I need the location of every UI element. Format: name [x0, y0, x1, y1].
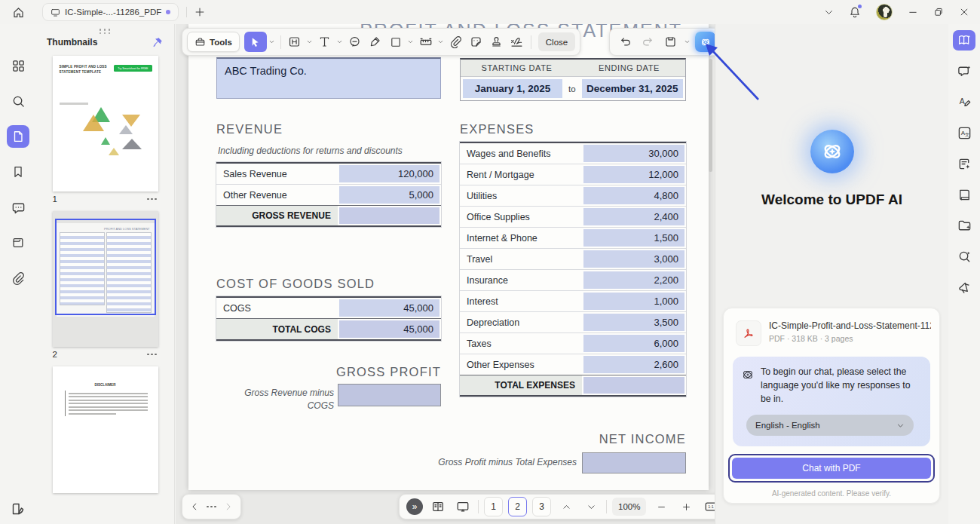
- thumbnail-page-3[interactable]: DISCLAIMER: [53, 366, 158, 493]
- header-chevron-icon[interactable]: [306, 38, 313, 45]
- chat-with-pdf-button[interactable]: Chat with PDF: [732, 458, 931, 479]
- sticker-tool-button[interactable]: [467, 32, 486, 52]
- row-value[interactable]: 12,000: [583, 166, 684, 183]
- home-button[interactable]: [9, 3, 27, 21]
- measure-tool-button[interactable]: [416, 32, 436, 52]
- page-layout-button[interactable]: [428, 497, 448, 517]
- row-value[interactable]: 120,000: [339, 165, 439, 182]
- shape-chevron-icon[interactable]: [407, 38, 414, 45]
- gross-profit-note: Gross Revenue minus COGS: [243, 387, 334, 413]
- page-button-1[interactable]: 1: [484, 497, 503, 516]
- ending-date-value[interactable]: December 31, 2025: [582, 79, 683, 98]
- company-name-field[interactable]: ABC Trading Co.: [216, 57, 441, 99]
- zoom-out-button[interactable]: [651, 497, 671, 517]
- notifications-button[interactable]: [849, 6, 861, 18]
- measure-chevron-icon[interactable]: [437, 38, 444, 45]
- attachments-panel-button[interactable]: [7, 231, 29, 254]
- total-value[interactable]: [583, 377, 684, 394]
- row-value[interactable]: 2,400: [583, 208, 684, 225]
- attach-tool-button[interactable]: [446, 32, 466, 52]
- presentation-button[interactable]: [453, 497, 473, 517]
- ai-summarize-button[interactable]: [953, 154, 975, 174]
- maximize-button[interactable]: [933, 7, 944, 17]
- net-income-value-box[interactable]: [582, 452, 686, 473]
- redo-button[interactable]: [638, 32, 657, 52]
- select-tool-chevron-icon[interactable]: [268, 38, 275, 45]
- apps-grid-button[interactable]: [7, 54, 29, 77]
- ai-translate-button[interactable]: A文: [953, 123, 975, 143]
- row-value[interactable]: 3,500: [583, 314, 684, 331]
- back-icon[interactable]: [189, 501, 200, 512]
- tools-button[interactable]: Tools: [187, 32, 240, 52]
- ai-read-mode-button[interactable]: [953, 30, 975, 51]
- row-value[interactable]: 5,000: [339, 186, 439, 204]
- text-tool-button[interactable]: [315, 32, 335, 52]
- minimize-button[interactable]: [908, 7, 918, 17]
- expand-controls-button[interactable]: »: [406, 498, 423, 515]
- page-button-3[interactable]: 3: [532, 497, 551, 516]
- thumbnails-panel-button[interactable]: [7, 125, 29, 148]
- zoom-in-button[interactable]: [676, 497, 696, 517]
- revenue-heading: REVENUE: [216, 122, 283, 136]
- search-button[interactable]: [7, 90, 29, 112]
- row-value[interactable]: 4,800: [583, 187, 684, 204]
- row-value[interactable]: 30,000: [583, 145, 684, 162]
- close-window-button[interactable]: [959, 7, 969, 17]
- total-value[interactable]: [339, 207, 439, 224]
- ai-search-button[interactable]: [953, 247, 975, 267]
- row-value[interactable]: 2,600: [583, 356, 684, 373]
- row-value[interactable]: 2,200: [583, 271, 684, 289]
- total-value[interactable]: 45,000: [339, 320, 439, 338]
- select-tool-button[interactable]: [244, 32, 267, 52]
- text-chevron-icon[interactable]: [336, 38, 343, 45]
- shape-tool-button[interactable]: [386, 32, 406, 52]
- undo-button[interactable]: [615, 32, 635, 52]
- header-tool-button[interactable]: [285, 32, 305, 52]
- bookmarks-button[interactable]: [7, 161, 29, 183]
- document-tab[interactable]: IC-Simple-...-11286_PDF: [42, 3, 179, 21]
- previous-page-button[interactable]: [556, 497, 576, 517]
- pin-icon[interactable]: [152, 36, 164, 48]
- highlight-tool-button[interactable]: [366, 32, 385, 52]
- document-viewport[interactable]: PROFIT AND LOSS STATEMENT ABC Trading Co…: [176, 24, 715, 524]
- thumb2-more-button[interactable]: [145, 351, 158, 359]
- starting-date-value[interactable]: January 1, 2025: [463, 79, 562, 98]
- ai-files-button[interactable]: [953, 216, 975, 236]
- save-chevron-icon[interactable]: [684, 38, 691, 45]
- row-value[interactable]: 3,000: [583, 250, 684, 268]
- next-page-button[interactable]: [581, 497, 601, 517]
- avatar[interactable]: [876, 4, 893, 20]
- close-toolbar-button[interactable]: Close: [538, 32, 575, 51]
- nav-more-button[interactable]: [205, 503, 218, 511]
- row-value[interactable]: 6,000: [583, 335, 684, 352]
- feedback-button[interactable]: [953, 277, 975, 298]
- actual-size-button[interactable]: 1:1: [701, 497, 715, 517]
- new-tab-button[interactable]: [194, 7, 205, 17]
- signature-tool-toolbar-button[interactable]: [507, 32, 527, 52]
- titlebar-chevron-down-icon[interactable]: [824, 8, 834, 17]
- stamp-tool-button[interactable]: [487, 32, 507, 52]
- thumb1-more-button[interactable]: [145, 195, 158, 204]
- save-button[interactable]: [660, 32, 680, 52]
- ai-rewrite-button[interactable]: A: [953, 92, 975, 112]
- updf-ai-button[interactable]: [695, 32, 715, 52]
- row-value[interactable]: 45,000: [339, 299, 439, 317]
- row-value[interactable]: 1,500: [583, 229, 684, 247]
- language-select[interactable]: English - English: [746, 415, 914, 436]
- paperclip-panel-button[interactable]: [7, 267, 29, 290]
- comment-tool-button[interactable]: [345, 32, 365, 52]
- gross-profit-value-box[interactable]: [338, 384, 441, 406]
- panel-drag-handle[interactable]: [100, 29, 112, 34]
- reader-mode-button[interactable]: [953, 185, 975, 205]
- signature-tool-button[interactable]: [0, 501, 36, 516]
- thumbnail-page-2[interactable]: PROFIT AND LOSS STATEMENT: [53, 211, 158, 347]
- page-button-2[interactable]: 2: [508, 497, 527, 516]
- ai-chat-button[interactable]: [953, 61, 975, 81]
- comments-button[interactable]: [7, 196, 29, 219]
- row-value[interactable]: 1,000: [583, 293, 684, 310]
- forward-icon[interactable]: [223, 501, 234, 512]
- thumbnail-page-1[interactable]: SIMPLE PROFIT AND LOSS STATEMENT TEMPLAT…: [53, 56, 158, 192]
- zoom-level[interactable]: 100%: [612, 498, 646, 516]
- pdf-page[interactable]: PROFIT AND LOSS STATEMENT ABC Trading Co…: [188, 24, 709, 490]
- document-scrollbar[interactable]: [709, 59, 712, 172]
